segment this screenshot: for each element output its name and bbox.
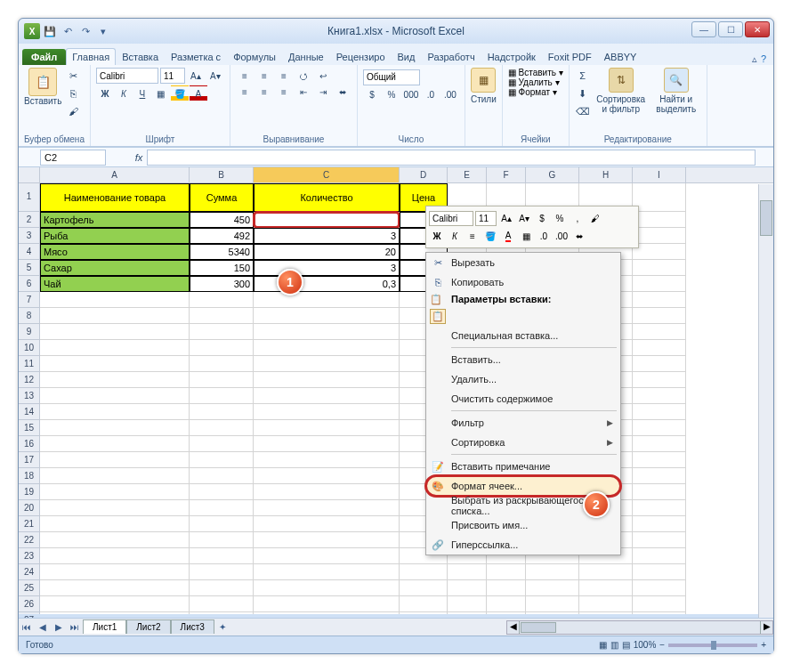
mini-format-painter-icon[interactable]: 🖌 [587,210,603,226]
tab-pagelayout[interactable]: Разметка с [165,48,227,65]
paste-icon[interactable]: 📋 [28,68,57,96]
redo-icon[interactable]: ↷ [77,23,93,39]
mini-percent-icon[interactable]: % [552,210,568,226]
cell[interactable] [448,580,487,596]
row-header-24[interactable]: 24 [19,564,39,580]
cells-area[interactable]: Наименование товараСуммаКоличествоЦенаКа… [40,183,773,614]
cell[interactable] [190,372,254,388]
cell[interactable] [40,452,190,468]
cell[interactable] [40,420,190,436]
cell[interactable] [40,580,190,596]
cell[interactable] [579,564,633,580]
tab-insert[interactable]: Вставка [116,48,165,65]
cell[interactable] [633,516,686,532]
cell[interactable] [400,564,448,580]
inc-indent-icon[interactable]: ⇥ [314,84,332,100]
cell[interactable] [633,228,686,244]
help-icon[interactable]: ? [761,53,766,65]
sheet-tab-2[interactable]: Лист2 [126,619,170,634]
cell[interactable] [40,404,190,420]
font-name-select[interactable] [96,68,158,84]
col-header-G[interactable]: G [526,167,579,182]
mini-border-icon[interactable]: ▦ [518,228,534,244]
close-button[interactable]: ✕ [745,21,770,37]
cell[interactable] [633,500,686,516]
cell[interactable] [400,596,448,612]
cell[interactable] [40,324,190,340]
cell[interactable] [254,436,400,452]
cell[interactable]: Сумма [190,183,254,212]
tab-nav-next[interactable]: ▶ [51,622,67,632]
vertical-scrollbar[interactable] [758,184,773,618]
row-header-5[interactable]: 5 [19,260,39,276]
tab-foxit[interactable]: Foxit PDF [542,48,598,65]
select-all-corner[interactable] [19,167,39,183]
zoom-in-icon[interactable]: + [761,640,766,650]
cell[interactable] [190,436,254,452]
cell[interactable] [448,612,487,614]
tab-nav-last[interactable]: ⏭ [67,622,83,632]
cell[interactable] [633,612,686,614]
row-header-10[interactable]: 10 [19,340,39,356]
row-header-12[interactable]: 12 [19,372,39,388]
zoom-out-icon[interactable]: − [659,640,665,650]
cell[interactable] [254,404,400,420]
cell[interactable] [487,564,526,580]
comma-icon[interactable]: 000 [402,87,420,103]
cell[interactable] [40,292,190,308]
cell[interactable] [190,420,254,436]
tab-abbyy[interactable]: ABBYY [598,48,643,65]
row-header-3[interactable]: 3 [19,228,39,244]
cell[interactable] [40,596,190,612]
ctx-clear[interactable]: Очистить содержимое [426,389,620,409]
row-header-13[interactable]: 13 [19,388,39,404]
mini-currency-icon[interactable]: $ [534,210,550,226]
cell[interactable] [400,580,448,596]
cells-format[interactable]: ▦ Формат ▾ [508,87,563,97]
cell[interactable]: 20 [254,244,400,260]
mini-comma-icon[interactable]: , [570,210,586,226]
mini-size-select[interactable] [475,211,497,226]
cell[interactable]: 492 [190,228,254,244]
cell[interactable] [190,452,254,468]
cell[interactable] [633,468,686,484]
sheet-tab-1[interactable]: Лист1 [83,619,126,634]
tab-formulas[interactable]: Формулы [227,48,282,65]
cell[interactable] [526,612,579,614]
cell[interactable] [254,356,400,372]
mini-align-icon[interactable]: ≡ [465,228,481,244]
tab-view[interactable]: Вид [392,48,422,65]
tab-review[interactable]: Рецензиро [330,48,392,65]
cell[interactable] [526,596,579,612]
cell[interactable] [40,308,190,324]
cell[interactable] [40,468,190,484]
fill-icon[interactable]: ⬇ [575,85,591,101]
mini-merge-icon[interactable]: ⬌ [571,228,587,244]
row-header-25[interactable]: 25 [19,580,39,596]
cell[interactable] [40,372,190,388]
tab-nav-prev[interactable]: ◀ [35,622,51,632]
cell[interactable] [254,468,400,484]
copy-icon[interactable]: ⎘ [65,85,81,101]
cell[interactable] [190,580,254,596]
cell[interactable]: Картофель [40,212,190,228]
cell[interactable] [254,484,400,500]
font-size-select[interactable] [160,68,185,84]
row-header-19[interactable]: 19 [19,484,39,500]
merge-icon[interactable]: ⬌ [334,84,352,100]
cell[interactable]: Чай [40,276,190,292]
cell[interactable] [40,612,190,614]
cell[interactable] [190,388,254,404]
cut-icon[interactable]: ✂ [65,68,81,84]
cell[interactable] [448,596,487,612]
cell[interactable] [254,564,400,580]
ctx-copy[interactable]: ⎘Копировать [426,272,620,292]
align-bottom-icon[interactable]: ≡ [275,68,293,84]
mini-dec-dec-icon[interactable]: .00 [554,228,570,244]
row-header-15[interactable]: 15 [19,420,39,436]
grow-font-icon[interactable]: A▴ [187,68,205,84]
align-middle-icon[interactable]: ≡ [255,68,273,84]
cell[interactable] [190,356,254,372]
cell[interactable]: 5340 [190,244,254,260]
col-header-C[interactable]: C [254,167,400,182]
